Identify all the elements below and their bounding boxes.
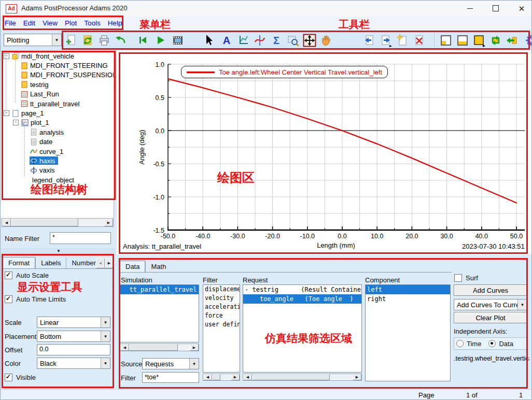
auto-scale-row[interactable]: Auto Scale	[5, 272, 49, 279]
menu-plot[interactable]: Plot	[65, 19, 77, 27]
collapse-icon[interactable]: −	[4, 110, 9, 116]
tree-item-haxis[interactable]: haxis	[1, 156, 114, 165]
tab-number[interactable]: Number	[66, 258, 96, 268]
scroll-right-icon[interactable]: ▶	[353, 374, 361, 380]
scroll-left-icon[interactable]: ◀	[120, 344, 129, 351]
animation-button[interactable]	[171, 33, 185, 48]
return-layout-button[interactable]	[505, 33, 520, 48]
close-button[interactable]: ✕	[510, 1, 532, 16]
filter-hscrollbar[interactable]: ◀ ▶	[203, 374, 240, 381]
list-item[interactable]: force	[203, 311, 240, 320]
menu-view[interactable]: View	[43, 19, 58, 27]
clear-plot-button[interactable]: Clear Plot	[454, 312, 527, 323]
component-list[interactable]: left right	[365, 284, 451, 381]
panel-collapse-button[interactable]: ▼	[1, 247, 117, 255]
minimize-button[interactable]	[458, 1, 482, 16]
list-item[interactable]: user defined	[203, 320, 240, 329]
add-curves-button[interactable]: Add Curves	[454, 284, 527, 296]
placement-select[interactable]: Bottom▼	[37, 331, 110, 342]
mode-select[interactable]: Plotting ▼	[4, 34, 62, 46]
reload-layout-button[interactable]	[488, 33, 503, 48]
layout-bottom-button[interactable]	[455, 33, 470, 48]
new-plot-button[interactable]	[64, 33, 78, 48]
auto-time-limits-checkbox[interactable]	[5, 295, 12, 303]
name-filter-input[interactable]: *	[50, 232, 111, 244]
previous-page-button[interactable]	[362, 33, 376, 48]
scale-select[interactable]: Linear▼	[37, 317, 110, 328]
tree-item-run[interactable]: tt_parallel_travel	[1, 99, 114, 108]
plot-axes-button[interactable]	[236, 33, 250, 48]
list-item[interactable]: velocity	[203, 294, 240, 303]
list-item[interactable]: right	[366, 294, 450, 304]
color-select[interactable]: Black▼	[37, 358, 110, 369]
tree-item-analysis[interactable]: analysis	[1, 127, 114, 137]
tree-item-subsystem[interactable]: testrig	[1, 80, 114, 89]
surf-checkbox[interactable]	[454, 274, 462, 282]
skip-to-start-button[interactable]	[135, 33, 150, 48]
zoom-region-button[interactable]	[286, 33, 300, 48]
menu-edit[interactable]: Edit	[23, 19, 35, 27]
plot-area[interactable]: -50.0-40.0-30.0-20.0-10.00.010.020.030.0…	[117, 51, 532, 254]
menu-tools[interactable]: Tools	[84, 19, 101, 27]
print-button[interactable]	[97, 33, 111, 48]
filter-input[interactable]: *toe*	[142, 372, 199, 383]
auto-time-limits-row[interactable]: Auto Time Limits	[5, 295, 66, 303]
tab-labels[interactable]: Labels	[35, 258, 66, 268]
pan-button[interactable]	[302, 33, 317, 48]
tree-item-curve[interactable]: curve_1	[1, 147, 114, 156]
list-item[interactable]: - testrig (Result Container	[243, 285, 361, 294]
surf-row[interactable]: Surf	[454, 274, 478, 282]
menu-help[interactable]: Help	[108, 19, 122, 27]
scroll-right-icon[interactable]: ▶	[104, 219, 113, 226]
tree-item-plot[interactable]: −plot_1	[1, 118, 114, 127]
delete-page-button[interactable]	[412, 33, 426, 48]
text-annotation-button[interactable]: A	[219, 33, 234, 48]
tree-item-vaxis[interactable]: vaxis	[1, 166, 114, 175]
refresh-button[interactable]	[80, 33, 95, 48]
new-page-button[interactable]	[395, 33, 410, 48]
time-radio[interactable]	[456, 340, 464, 347]
scroll-thumb[interactable]	[129, 344, 178, 351]
scroll-right-icon[interactable]: ▶	[231, 374, 240, 380]
tab-format[interactable]: Format	[3, 257, 35, 268]
scroll-left-icon[interactable]: ◀	[203, 374, 212, 380]
list-item[interactable]: left	[366, 285, 450, 294]
menu-file[interactable]: File	[5, 19, 16, 27]
auto-scale-checkbox[interactable]	[5, 272, 12, 279]
data-radio[interactable]	[488, 340, 496, 347]
add-mode-select[interactable]: Add Curves To Current Plot▼	[454, 299, 527, 310]
tab-scroll-right-icon[interactable]: ▶	[105, 258, 114, 268]
collapse-icon[interactable]: −	[4, 53, 9, 59]
layout-corner-button[interactable]	[439, 33, 453, 48]
maximize-button[interactable]	[484, 1, 508, 16]
tree-item-subsystem[interactable]: MDI_FRONT_SUSPENSION	[1, 70, 114, 80]
request-hscrollbar[interactable]: ◀ ▶	[243, 374, 362, 381]
tree-item-legend[interactable]: legend_object	[1, 175, 114, 184]
tree-item-subsystem[interactable]: MDI_FRONT_STEERING	[1, 61, 114, 70]
request-list[interactable]: - testrig (Result Container toe_angle (T…	[243, 284, 362, 373]
settings-button[interactable]	[524, 33, 532, 48]
offset-input[interactable]: 0.0	[37, 344, 110, 355]
scroll-left-icon[interactable]: ◀	[243, 374, 252, 380]
select-cursor-button[interactable]	[202, 33, 216, 48]
collapse-icon[interactable]: −	[13, 120, 19, 125]
tree-hscrollbar[interactable]: ◀ ▶	[2, 218, 114, 227]
undo-button[interactable]	[114, 33, 128, 48]
filter-list[interactable]: displacement velocity acceleration force…	[203, 284, 240, 373]
list-item[interactable]: acceleration	[203, 303, 240, 311]
tree-item-date[interactable]: date	[1, 137, 114, 147]
list-item[interactable]: displacement	[203, 285, 240, 294]
simulation-list[interactable]: tt_parallel_travel	[120, 284, 199, 342]
source-select[interactable]: Requests▼	[142, 358, 199, 369]
visible-row[interactable]: Visible	[5, 374, 36, 381]
tree-item-run[interactable]: Last_Run	[1, 90, 114, 99]
layout-full-button[interactable]	[472, 33, 486, 48]
visible-checkbox[interactable]	[5, 374, 12, 381]
math-sum-button[interactable]: Σ	[269, 33, 284, 48]
scroll-thumb[interactable]	[212, 374, 220, 380]
scroll-left-icon[interactable]: ◀	[2, 219, 11, 226]
scroll-right-icon[interactable]: ▶	[190, 344, 199, 351]
tab-data[interactable]: Data	[120, 261, 145, 272]
scroll-thumb[interactable]	[252, 374, 330, 380]
hand-drag-button[interactable]	[319, 33, 333, 48]
